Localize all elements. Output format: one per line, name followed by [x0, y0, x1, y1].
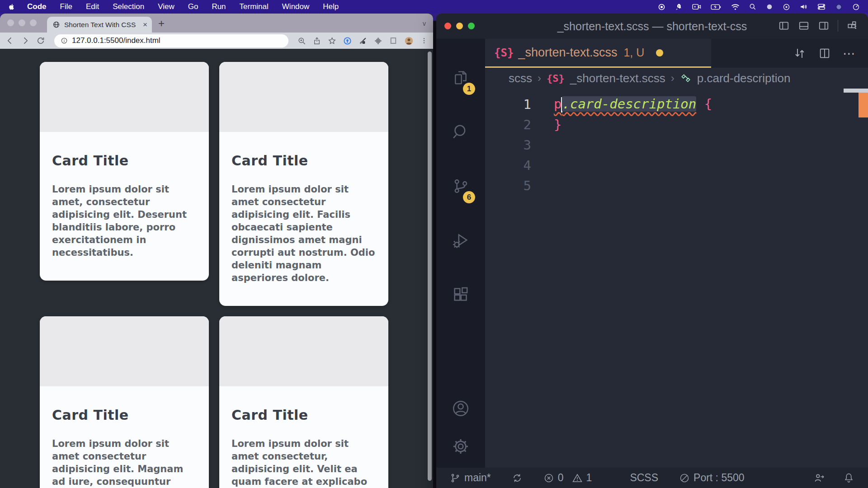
share-icon[interactable] — [313, 37, 321, 45]
battery-icon[interactable] — [711, 4, 722, 10]
code-token-open-brace: { — [696, 96, 712, 112]
card: Card Title Lorem ipsum dolor sit amet co… — [219, 62, 388, 306]
customize-layout-icon[interactable] — [846, 20, 858, 32]
profile-avatar[interactable] — [404, 36, 414, 46]
vscode-titlebar[interactable]: _shorten-text.scss — shorten-text-css — [436, 14, 868, 39]
notifications-bell-icon[interactable] — [843, 472, 854, 483]
problems-item[interactable]: 0 1 — [543, 472, 592, 484]
editor-scrollbar[interactable] — [844, 89, 868, 93]
chrome-tabstrip: Shorten Text With CSS × + v — [0, 14, 433, 33]
siri-icon[interactable] — [835, 3, 843, 11]
open-changes-icon[interactable] — [793, 47, 807, 60]
wifi-icon[interactable] — [731, 4, 740, 10]
menu-app-name[interactable]: Code — [27, 2, 47, 11]
line-number: 4 — [485, 158, 554, 173]
menu-go[interactable]: Go — [188, 2, 198, 11]
language-mode-item[interactable]: SCSS — [630, 472, 658, 484]
close-window-button[interactable] — [444, 23, 451, 29]
chrome-toolbar: 127.0.0.1:5500/index.html — [0, 33, 433, 49]
macos-menubar: Code File Edit Selection View Go Run Ter… — [0, 0, 868, 14]
feedback-icon[interactable] — [813, 472, 825, 484]
editor-tab[interactable]: {S} _shorten-text.scss 1, U — [485, 39, 711, 68]
search-activity-icon[interactable] — [436, 105, 485, 159]
moon-icon[interactable] — [766, 3, 773, 10]
back-icon[interactable] — [5, 36, 14, 45]
card: Card Title Lorem ipsum dolor sit amet, c… — [40, 62, 209, 281]
address-bar[interactable]: 127.0.0.1:5500/index.html — [54, 34, 288, 47]
menu-help[interactable]: Help — [323, 2, 339, 11]
forward-icon[interactable] — [21, 36, 30, 45]
colorpicker-extension-icon[interactable] — [359, 37, 367, 45]
menu-edit[interactable]: Edit — [86, 2, 99, 11]
card-description: Lorem ipsum dolor sit amet consectetur, … — [231, 437, 376, 488]
menu-file[interactable]: File — [60, 2, 72, 11]
new-tab-button[interactable]: + — [158, 17, 165, 30]
browser-menu-icon[interactable] — [420, 37, 428, 45]
password-manager-icon[interactable] — [343, 37, 352, 45]
reload-icon[interactable] — [36, 36, 45, 45]
screen-record-icon[interactable] — [692, 3, 701, 10]
menu-view[interactable]: View — [158, 2, 175, 11]
breadcrumb-folder[interactable]: scss — [509, 71, 532, 85]
card-image-placeholder — [40, 316, 209, 386]
extensions-puzzle-icon[interactable] — [374, 37, 382, 45]
site-info-icon[interactable] — [61, 37, 68, 44]
zoom-page-icon[interactable] — [297, 37, 306, 45]
split-editor-icon[interactable] — [818, 47, 831, 60]
volume-icon[interactable] — [800, 3, 808, 10]
search-icon[interactable] — [749, 3, 756, 10]
source-control-badge: 6 — [463, 191, 475, 203]
toggle-sidebar-icon[interactable] — [778, 20, 790, 32]
apple-menu-icon[interactable] — [8, 3, 15, 11]
zoom-window-button[interactable] — [30, 19, 37, 26]
menu-run[interactable]: Run — [212, 2, 226, 11]
run-debug-activity-icon[interactable] — [436, 213, 485, 267]
toggle-secondary-sidebar-icon[interactable] — [818, 20, 830, 32]
toggle-panel-icon[interactable] — [798, 20, 810, 32]
chevron-right-icon: › — [671, 72, 675, 84]
unsaved-dot-icon[interactable] — [656, 49, 663, 56]
close-window-button[interactable] — [7, 19, 14, 26]
zoom-window-button[interactable] — [468, 23, 475, 29]
source-control-activity-icon[interactable]: 6 — [436, 159, 485, 213]
close-tab-icon[interactable]: × — [143, 21, 147, 28]
browser-viewport: Card Title Lorem ipsum dolor sit amet, c… — [0, 49, 433, 488]
card-image-placeholder — [219, 316, 388, 386]
play-circle-icon[interactable] — [783, 3, 790, 11]
breadcrumb-symbol[interactable]: p.card-description — [697, 71, 791, 85]
tab-problems-git-decoration: 1, U — [623, 46, 644, 59]
bookmark-star-icon[interactable] — [328, 37, 336, 45]
menu-window[interactable]: Window — [282, 2, 309, 11]
accounts-icon[interactable] — [451, 399, 470, 418]
card-title: Card Title — [52, 407, 197, 423]
sync-item[interactable] — [512, 473, 523, 483]
menu-selection[interactable]: Selection — [113, 2, 144, 11]
overview-ruler-warning-marker — [859, 93, 868, 117]
tab-search-chevron-icon[interactable]: v — [423, 20, 426, 27]
minimize-window-button[interactable] — [19, 19, 25, 26]
settings-gear-icon[interactable] — [451, 437, 470, 456]
rocket-icon[interactable] — [675, 3, 683, 11]
extensions-activity-icon[interactable] — [436, 267, 485, 322]
clock-icon[interactable] — [852, 3, 860, 11]
git-branch-item[interactable]: main* — [450, 472, 491, 484]
url-text[interactable]: 127.0.0.1:5500/index.html — [72, 36, 160, 45]
code-editor[interactable]: 1 p.card-description { 2 } 3 4 5 — [485, 89, 868, 468]
card-description: Lorem ipsum dolor sit amet consectetur a… — [52, 437, 197, 488]
editor-tabbar: {S} _shorten-text.scss 1, U ⋯ — [485, 39, 868, 68]
explorer-activity-icon[interactable]: 1 — [436, 51, 485, 105]
record-icon[interactable] — [658, 3, 665, 11]
more-actions-icon[interactable]: ⋯ — [843, 46, 856, 61]
tab-filename: _shorten-text.scss — [518, 46, 617, 60]
browser-tab[interactable]: Shorten Text With CSS × — [47, 17, 152, 33]
branch-name: main* — [464, 472, 491, 484]
minimize-window-button[interactable] — [456, 23, 463, 29]
line-number: 5 — [485, 178, 554, 193]
tab-square-icon[interactable] — [389, 37, 397, 45]
breadcrumb-file[interactable]: _shorten-text.scss — [570, 71, 665, 85]
browser-scrollbar[interactable] — [428, 52, 432, 481]
live-server-port-item[interactable]: Port : 5500 — [679, 472, 745, 484]
menu-terminal[interactable]: Terminal — [240, 2, 269, 11]
control-center-icon[interactable] — [817, 3, 826, 10]
status-bar: main* 0 1 SCSS Port : 5500 — [436, 468, 868, 488]
